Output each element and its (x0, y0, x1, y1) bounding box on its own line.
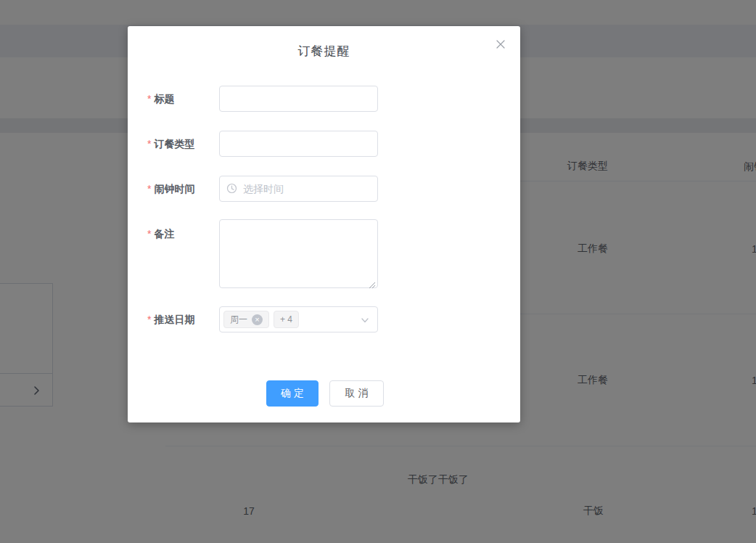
push-days-select[interactable]: 周一 × + 4 (219, 306, 378, 332)
required-mark: * (147, 93, 151, 105)
tag-label: + 4 (280, 314, 292, 324)
field-label-push-days: *推送日期 (147, 311, 194, 328)
tag-label: 周一 (230, 314, 247, 326)
field-label-remark: *备注 (147, 225, 174, 242)
dialog-title: 订餐提醒 (128, 43, 520, 60)
selected-tag-monday[interactable]: 周一 × (223, 311, 269, 328)
chevron-down-icon (360, 315, 370, 325)
confirm-button[interactable]: 确 定 (266, 380, 319, 407)
close-icon (493, 39, 509, 49)
cancel-button[interactable]: 取 消 (329, 380, 384, 407)
collapsed-count-tag: + 4 (274, 311, 299, 328)
alarm-time-input[interactable] (219, 176, 378, 202)
required-mark: * (147, 228, 151, 240)
tag-remove-icon[interactable]: × (252, 314, 263, 325)
selected-tags: 周一 × + 4 (223, 311, 299, 328)
meal-reminder-dialog: 订餐提醒 *标题 *订餐类型 *闹钟时间 *备注 *推送日期 周一 (128, 26, 520, 422)
remark-field (219, 219, 378, 288)
required-mark: * (147, 138, 151, 150)
field-label-meal-type: *订餐类型 (147, 135, 194, 152)
required-mark: * (147, 314, 151, 325)
remark-textarea[interactable] (219, 219, 378, 288)
required-mark: * (147, 183, 151, 195)
field-label-alarm-time: *闹钟时间 (147, 180, 194, 197)
title-input[interactable] (219, 86, 378, 112)
close-button[interactable] (493, 36, 509, 52)
field-label-title: *标题 (147, 90, 174, 107)
meal-type-input[interactable] (219, 131, 378, 157)
